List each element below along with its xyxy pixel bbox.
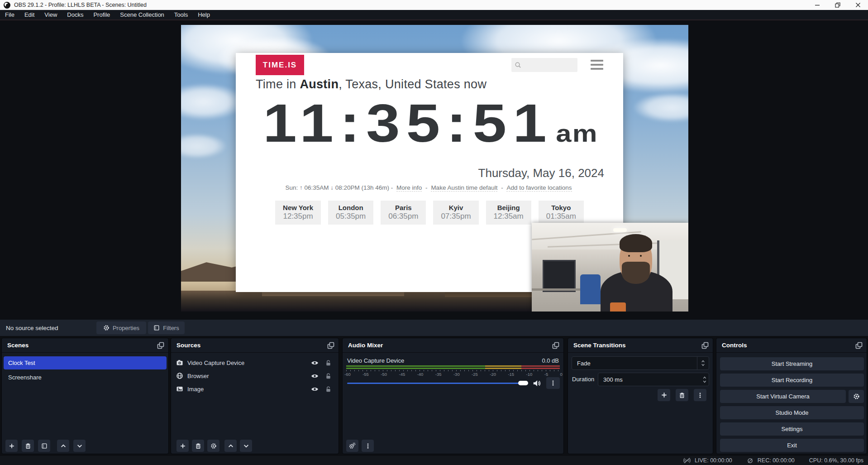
timeis-clock: 11:35:51 am <box>263 96 598 150</box>
office-screen <box>543 260 576 292</box>
speaker-icon[interactable] <box>533 379 541 388</box>
timeis-city-row: New York12:35pm London05:35pm Paris06:35… <box>236 201 623 225</box>
popout-icon[interactable] <box>855 342 863 349</box>
person-eye <box>640 255 642 257</box>
kebab-menu-icon <box>550 380 556 386</box>
close-button[interactable] <box>848 0 868 10</box>
eye-icon[interactable] <box>311 372 319 380</box>
mixer-channel-menu-button[interactable] <box>546 377 560 389</box>
volume-slider[interactable] <box>347 380 528 386</box>
transition-properties-button[interactable] <box>694 389 706 401</box>
scene-move-up-button[interactable] <box>57 440 69 452</box>
minimize-button[interactable] <box>807 0 827 10</box>
chevron-up-icon <box>701 360 705 363</box>
source-item-image[interactable]: Image <box>173 383 337 395</box>
menu-help[interactable]: Help <box>193 11 215 18</box>
slider-handle[interactable] <box>518 381 528 385</box>
settings-button[interactable]: Settings <box>720 422 864 436</box>
popout-icon[interactable] <box>552 342 559 349</box>
gear-icon <box>103 325 110 331</box>
studio-mode-button[interactable]: Studio Mode <box>720 406 864 419</box>
remove-transition-button[interactable] <box>676 389 688 401</box>
volume-meter <box>346 368 560 369</box>
trash-icon <box>195 443 201 449</box>
city-time-box: New York12:35pm <box>275 201 321 225</box>
advanced-audio-button[interactable] <box>346 440 358 452</box>
add-transition-button[interactable] <box>658 389 670 401</box>
audio-mixer-header: Audio Mixer <box>343 338 563 353</box>
sources-header: Sources <box>171 338 339 353</box>
more-info-link: More info <box>396 184 422 192</box>
office-chair <box>580 274 601 305</box>
source-item-video-capture[interactable]: Video Capture Device <box>173 356 337 369</box>
controls-header: Controls <box>716 338 867 353</box>
restore-button[interactable] <box>827 0 848 10</box>
trash-icon <box>25 443 31 449</box>
exit-button[interactable]: Exit <box>720 439 864 452</box>
mixer-menu-button[interactable] <box>362 440 374 452</box>
meter-tickmarks <box>346 370 560 371</box>
kebab-menu-icon <box>697 392 703 398</box>
rec-time: REC: 00:00:00 <box>758 457 795 464</box>
mixer-level-value: 0.0 dB <box>542 357 559 364</box>
plus-icon <box>661 392 668 398</box>
menu-docks[interactable]: Docks <box>62 11 88 18</box>
lock-icon[interactable] <box>325 386 332 393</box>
remove-scene-button[interactable] <box>22 440 34 452</box>
plus-icon <box>9 443 15 449</box>
lock-icon[interactable] <box>325 373 332 379</box>
filter-icon <box>153 325 160 331</box>
menu-scene-collection[interactable]: Scene Collection <box>115 11 169 18</box>
menu-edit[interactable]: Edit <box>19 11 39 18</box>
menu-profile[interactable]: Profile <box>88 11 115 18</box>
add-source-button[interactable] <box>176 440 189 452</box>
timeis-date: Thursday, May 16, 2024 <box>478 166 604 180</box>
combo-chevrons <box>697 357 709 369</box>
transition-select[interactable]: Fade <box>572 356 709 370</box>
remove-source-button[interactable] <box>192 440 204 452</box>
source-item-browser[interactable]: Browser <box>173 369 337 382</box>
live-time: LIVE: 00:00:00 <box>695 457 732 464</box>
spinbox-arrows[interactable] <box>702 373 707 386</box>
menu-tools[interactable]: Tools <box>169 11 193 18</box>
source-move-up-button[interactable] <box>224 440 237 452</box>
source-status-label: No source selected <box>6 325 58 331</box>
add-scene-button[interactable] <box>5 440 18 452</box>
scene-move-down-button[interactable] <box>73 440 86 452</box>
timeis-heading: Time in Austin, Texas, United States now <box>256 77 486 91</box>
city-time-box: Paris06:35pm <box>381 201 426 225</box>
gear-icon <box>210 443 217 449</box>
filters-button[interactable]: Filters <box>148 321 185 334</box>
start-streaming-button[interactable]: Start Streaming <box>720 357 864 370</box>
properties-button[interactable]: Properties <box>96 321 146 334</box>
start-virtual-camera-button[interactable]: Start Virtual Camera <box>720 390 846 403</box>
virtual-camera-settings-button[interactable] <box>849 390 864 403</box>
popout-icon[interactable] <box>157 342 164 349</box>
source-properties-button[interactable] <box>207 440 219 452</box>
menu-bar: File Edit View Docks Profile Scene Colle… <box>0 10 868 20</box>
start-recording-button[interactable]: Start Recording <box>720 374 864 387</box>
cloud <box>181 84 244 120</box>
preview-canvas[interactable]: TIME.IS Time in Austin, Texas, United St… <box>181 25 688 312</box>
scene-filters-button[interactable] <box>38 440 50 452</box>
menu-file[interactable]: File <box>0 11 19 18</box>
city-time-box: Kyiv07:35pm <box>433 201 478 225</box>
source-move-down-button[interactable] <box>240 440 252 452</box>
menu-view[interactable]: View <box>39 11 62 18</box>
scene-item-screenshare[interactable]: Screenshare <box>4 371 167 384</box>
filter-icon <box>41 443 48 449</box>
scene-item-clock-test[interactable]: Clock Test <box>4 356 167 369</box>
title-bar: OBS 29.1.2 - Profile: LLHLS BETA - Scene… <box>0 0 868 10</box>
webcam-overlay <box>532 223 688 312</box>
plus-icon <box>180 443 186 449</box>
popout-icon[interactable] <box>701 342 709 349</box>
chevron-down-icon <box>701 364 705 366</box>
preview-area: TIME.IS Time in Austin, Texas, United St… <box>0 21 868 320</box>
timeis-search-input <box>511 58 577 72</box>
transition-duration-input[interactable]: 300 ms <box>598 373 709 386</box>
eye-icon[interactable] <box>311 385 319 393</box>
popout-icon[interactable] <box>327 342 334 349</box>
eye-icon[interactable] <box>311 359 319 367</box>
transitions-header: Scene Transitions <box>568 338 713 353</box>
lock-icon[interactable] <box>325 360 332 366</box>
